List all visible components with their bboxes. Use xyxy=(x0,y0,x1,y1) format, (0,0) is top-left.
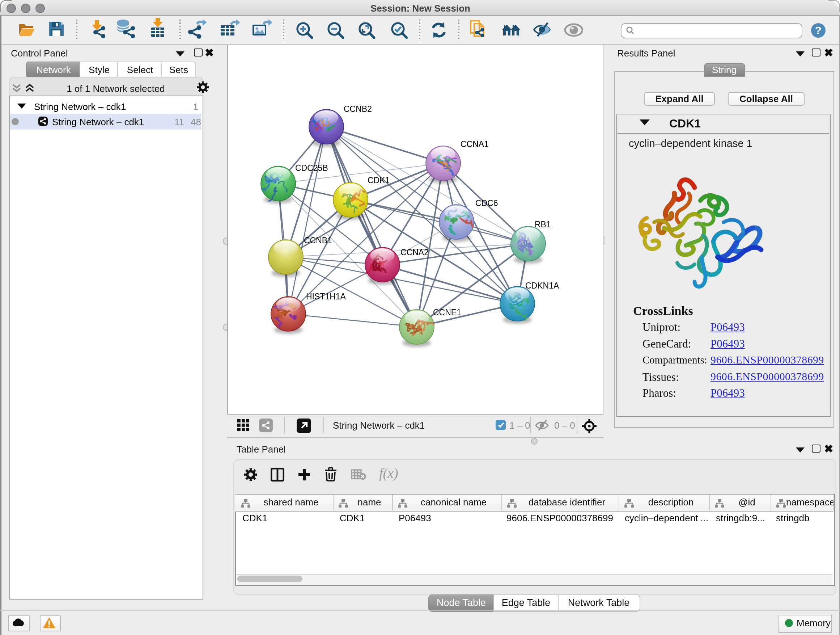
svg-text:CDC25B: CDC25B xyxy=(295,163,328,173)
svg-text:CDKN1A: CDKN1A xyxy=(525,281,559,290)
svg-text:CDC6: CDC6 xyxy=(475,198,498,208)
svg-text:CCNE1: CCNE1 xyxy=(433,308,461,317)
svg-text:CCNA2: CCNA2 xyxy=(401,248,429,257)
svg-text:CCNB1: CCNB1 xyxy=(304,236,332,245)
svg-text:CCNA1: CCNA1 xyxy=(461,139,489,149)
svg-text:RB1: RB1 xyxy=(535,220,551,229)
svg-text:CDK1: CDK1 xyxy=(368,176,390,185)
svg-text:HIST1H1A: HIST1H1A xyxy=(306,292,346,301)
svg-text:CCNB2: CCNB2 xyxy=(344,104,372,114)
